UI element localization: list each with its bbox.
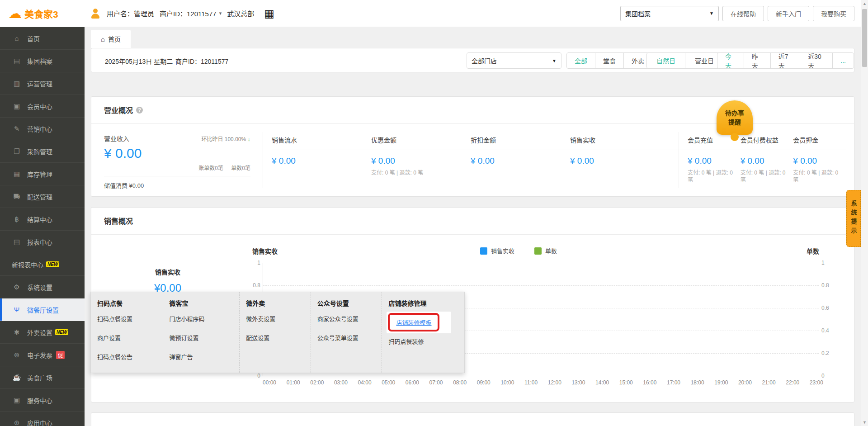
scrollbar[interactable]: ▲ ▼ xyxy=(861,0,868,426)
range-option-昨天[interactable]: 昨天 xyxy=(744,53,770,68)
scroll-up-button[interactable]: ▲ xyxy=(861,0,868,7)
sales-stat-column: 优惠金额¥ 0.00支付: 0 笔 | 退款: 0 笔 xyxy=(371,135,471,176)
menu-item-扫码点餐公告[interactable]: 扫码点餐公告 xyxy=(97,352,163,361)
daytype-option-自然日[interactable]: 自然日 xyxy=(647,53,685,68)
menu-item-公众号菜单设置[interactable]: 公众号菜单设置 xyxy=(317,333,382,342)
right-axis-title: 单数 xyxy=(788,246,819,256)
sidebar-item-1[interactable]: ⌂首页 xyxy=(0,27,85,50)
sidebar-item-13[interactable]: Ψ微餐厅设置 xyxy=(0,298,85,321)
menu-item-微预订设置[interactable]: 微预订设置 xyxy=(170,333,240,342)
x-axis-tick-label: 03:00 xyxy=(334,379,348,386)
member-stat-sub: 支付: 0 笔 | 退款: 0 笔 xyxy=(793,169,843,184)
sidebar-item-8[interactable]: ⛟配送管理 xyxy=(0,185,85,208)
x-axis-tick-label: 06:00 xyxy=(406,379,419,386)
sidebar-item-9[interactable]: ฿结算中心 xyxy=(0,208,85,231)
settlement-icon: ฿ xyxy=(12,215,22,223)
x-axis-tick-label: 01:00 xyxy=(287,379,300,386)
sidebar-item-label: 会员中心 xyxy=(27,102,52,111)
sidebar-item-14[interactable]: ✱外卖设置NEW xyxy=(0,321,85,344)
online-help-button[interactable]: 在线帮助 xyxy=(722,6,764,21)
takeout-gear-icon: ✱ xyxy=(12,328,22,336)
legend-item-单数[interactable]: 单数 xyxy=(534,246,557,255)
select-caret-icon: ▼ xyxy=(709,11,714,16)
divider xyxy=(263,132,263,188)
right-axis-tick: 1 xyxy=(821,260,834,266)
range-option-近7天[interactable]: 近7天 xyxy=(770,53,800,68)
menu-item-微外卖设置[interactable]: 微外卖设置 xyxy=(246,314,311,323)
top-header: ☁ 美食家3 用户名：管理员 商户ID：12011577 ▾ 武汉总部 ▦ 集团… xyxy=(0,0,868,27)
current-date-label: 2025年05月13日 星期二 xyxy=(105,57,173,66)
brand-name: 美食家3 xyxy=(24,7,58,20)
menu-column-1: 扫码点餐扫码点餐设置商户设置扫码点餐公告 xyxy=(91,292,163,373)
sidebar-item-17[interactable]: ▣服务中心 xyxy=(0,389,85,412)
x-axis-tick-label: 08:00 xyxy=(453,379,467,386)
range-option-...[interactable]: ... xyxy=(832,53,854,68)
menu-item-弹窗广告[interactable]: 弹窗广告 xyxy=(170,352,240,361)
sidebar-item-16[interactable]: ☕美食广场 xyxy=(0,366,85,389)
sidebar-item-10[interactable]: ▤报表中心 xyxy=(0,231,85,253)
menu-column-title: 公众号设置 xyxy=(317,298,382,308)
menu-item-门店小程序码[interactable]: 门店小程序码 xyxy=(170,314,240,323)
channel-option-堂食[interactable]: 堂食 xyxy=(595,53,623,68)
inventory-icon: ▦ xyxy=(12,170,22,178)
todo-reminder-bell[interactable]: 待办事 提醒 xyxy=(717,100,753,135)
menu-column-2: 微客宝门店小程序码微预订设置弹窗广告 xyxy=(163,292,240,373)
arrow-down-icon: ↓ xyxy=(248,136,251,142)
restaurant-fork-icon: Ψ xyxy=(12,306,22,313)
buy-button[interactable]: 我要购买 xyxy=(813,6,854,21)
member-stat-value: ¥ 0.00 xyxy=(793,156,843,166)
sidebar-item-label: 外卖设置 xyxy=(27,328,52,337)
x-axis-tick-label: 07:00 xyxy=(429,379,443,386)
store-select[interactable]: 全部门店 ▼ xyxy=(467,52,561,69)
sidebar-item-label: 电子发票 xyxy=(27,350,52,360)
sidebar-item-18[interactable]: ⊕应用中心 xyxy=(0,412,85,426)
merchant-id-label[interactable]: 商户ID：12011577 xyxy=(160,9,217,18)
revenue-label: 营业收入 xyxy=(104,134,129,143)
beginner-guide-button[interactable]: 新手入门 xyxy=(768,6,809,21)
menu-item-扫码点餐装修[interactable]: 扫码点餐装修 xyxy=(388,337,464,346)
sidebar-badge: NEW xyxy=(46,261,59,267)
sidebar-item-2[interactable]: ▤集团档案 xyxy=(0,50,85,72)
sales-stat-value: ¥ 0.00 xyxy=(272,156,371,166)
account-info: 用户名：管理员 商户ID：12011577 ▾ 武汉总部 ▦ xyxy=(90,8,274,19)
system-tip-tab[interactable]: 系统提示 xyxy=(846,190,861,247)
sidebar-item-6[interactable]: ❐采购管理 xyxy=(0,140,85,163)
menu-item-商户设置[interactable]: 商户设置 xyxy=(97,333,163,342)
range-option-今天[interactable]: 今天 xyxy=(717,53,744,68)
scrollbar-thumb[interactable] xyxy=(862,9,867,67)
left-axis-tick: 0.8 xyxy=(248,282,260,289)
range-option-近30天[interactable]: 近30天 xyxy=(800,53,832,68)
qr-code-icon[interactable]: ▦ xyxy=(264,8,274,19)
sidebar-item-label: 服务中心 xyxy=(27,396,52,405)
sales-summary: 销售实收 ¥0.00 xyxy=(129,267,206,294)
sidebar-item-15[interactable]: ⊛电子发票促 xyxy=(0,344,85,366)
sidebar-item-11[interactable]: 新报表中心NEW xyxy=(0,253,85,276)
legend-label: 销售实收 xyxy=(491,246,514,255)
sidebar-item-12[interactable]: ⚙系统设置 xyxy=(0,276,85,298)
sidebar-item-label: 库存管理 xyxy=(27,170,52,179)
scroll-down-button[interactable]: ▼ xyxy=(861,419,868,426)
daytype-filter-group: 自然日营业日 xyxy=(646,52,724,69)
legend-label: 单数 xyxy=(545,246,557,255)
menu-item-配送设置[interactable]: 配送设置 xyxy=(246,333,311,342)
right-axis-tick: 0.6 xyxy=(821,305,834,311)
tab-home[interactable]: ⌂ 首页 xyxy=(91,30,131,48)
help-icon[interactable]: ? xyxy=(136,107,143,114)
sidebar-item-4[interactable]: ▣会员中心 xyxy=(0,95,85,118)
menu-item-扫码点餐设置[interactable]: 扫码点餐设置 xyxy=(97,314,163,323)
sidebar-badge: NEW xyxy=(55,329,68,335)
sidebar-item-3[interactable]: ▥运营管理 xyxy=(0,72,85,95)
sales-overview-title-text: 销售概况 xyxy=(104,215,133,226)
legend-item-销售实收[interactable]: 销售实收 xyxy=(480,246,514,255)
group-archive-select[interactable]: 集团档案 ▼ xyxy=(620,6,719,21)
sidebar-item-7[interactable]: ▦库存管理 xyxy=(0,163,85,185)
menu-item-商家公众号设置[interactable]: 商家公众号设置 xyxy=(317,314,382,323)
menu-item-店铺装修模板[interactable]: 店铺装修模板 xyxy=(396,319,431,326)
menu-column-title: 微客宝 xyxy=(170,298,240,308)
x-axis-tick-label: 12:00 xyxy=(548,379,561,386)
sidebar-item-5[interactable]: ✎营销中心 xyxy=(0,118,85,140)
divider xyxy=(679,132,679,188)
x-axis-tick-label: 18:00 xyxy=(691,379,704,386)
member-stat-column: 会员充值¥ 0.00支付: 0 笔 | 退款: 0 笔 xyxy=(688,135,741,184)
channel-option-全部[interactable]: 全部 xyxy=(567,53,595,68)
